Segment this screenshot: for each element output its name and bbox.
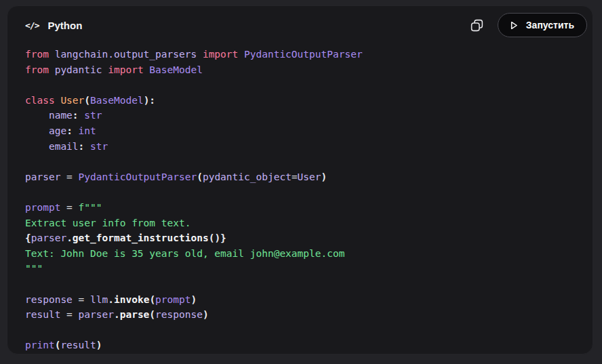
code-token: str: [90, 141, 108, 152]
code-token: [25, 110, 49, 121]
code-token: [25, 125, 49, 136]
code-token: Text: John Doe is 35 years old, email jo…: [25, 248, 344, 259]
code-token: invoke: [114, 294, 149, 305]
code-token: PydanticOutputParser: [79, 171, 197, 182]
code-token: llm: [90, 294, 108, 305]
code-token: .: [108, 294, 114, 305]
code-token: int: [79, 125, 96, 136]
code-token: import: [203, 49, 244, 60]
code-line: [25, 184, 575, 200]
code-token: =: [79, 294, 90, 305]
code-token: BaseModel: [149, 64, 203, 75]
page-background: </> Python Запустить from langcha: [0, 0, 602, 364]
code-token: ): [191, 294, 197, 305]
code-line: [25, 277, 575, 292]
header-actions: Запустить: [467, 13, 587, 37]
code-token: (: [149, 309, 155, 320]
code-line: """: [25, 261, 575, 277]
code-token: parse: [120, 309, 150, 320]
code-token: =: [66, 309, 78, 320]
code-token: =: [66, 202, 78, 213]
code-token: from: [25, 49, 55, 60]
code-token: email: [49, 141, 79, 152]
code-token: .: [114, 309, 120, 320]
code-token: Extract user info from text.: [25, 218, 190, 228]
code-line: {parser.get_format_instructions()}: [25, 230, 575, 246]
code-token: User: [60, 95, 84, 106]
code-token: .: [66, 232, 73, 243]
code-token: age: [49, 125, 66, 136]
code-icon: </>: [25, 20, 39, 31]
code-token: parser: [25, 171, 66, 182]
code-line: print(result): [25, 338, 575, 353]
code-line: response = llm.invoke(prompt): [25, 292, 575, 308]
code-token: :: [66, 125, 78, 136]
code-token: langchain.output_parsers: [55, 49, 203, 60]
code-line: prompt = f""": [25, 200, 575, 216]
code-token: response: [25, 294, 79, 305]
code-token: pydantic_object: [203, 171, 292, 182]
code-token: from: [25, 64, 55, 75]
code-token: prompt: [25, 202, 66, 213]
code-token: f""": [79, 202, 102, 213]
code-token: ): [321, 171, 327, 182]
code-token: =: [66, 171, 78, 182]
copy-icon: [470, 18, 484, 33]
code-token: str: [84, 110, 102, 121]
code-line: from langchain.output_parsers import Pyd…: [25, 47, 575, 62]
code-block: from langchain.output_parsers import Pyd…: [7, 39, 593, 353]
code-token: parser: [79, 309, 114, 320]
run-button-label: Запустить: [526, 20, 574, 31]
code-line: [25, 77, 575, 93]
code-line: [25, 154, 575, 169]
card-header: </> Python Запустить: [7, 6, 593, 39]
code-token: BaseModel: [90, 95, 144, 106]
code-token: get_format_instructions: [73, 232, 209, 243]
code-token: ()}: [209, 232, 226, 243]
code-token: :: [73, 110, 84, 121]
code-line: Text: John Doe is 35 years old, email jo…: [25, 246, 575, 262]
code-token: User: [298, 171, 321, 182]
run-button[interactable]: Запустить: [498, 13, 587, 37]
code-token: class: [25, 95, 60, 106]
code-token: =: [292, 171, 298, 182]
code-token: ): [96, 340, 102, 350]
code-line: parser = PydanticOutputParser(pydantic_o…: [25, 169, 575, 185]
code-line: [25, 323, 575, 338]
code-token: """: [25, 263, 43, 274]
code-token: print: [25, 340, 55, 350]
code-token: prompt: [155, 294, 190, 305]
code-token: (: [84, 95, 90, 106]
code-token: response: [155, 309, 203, 320]
code-token: :: [79, 141, 90, 152]
code-token: [25, 141, 49, 152]
code-line: age: int: [25, 123, 575, 139]
header-left: </> Python: [25, 20, 82, 31]
code-token: result: [25, 309, 66, 320]
code-line: email: str: [25, 139, 575, 155]
code-token: import: [108, 64, 149, 75]
play-icon: [508, 20, 519, 31]
code-card: </> Python Запустить from langcha: [7, 5, 593, 355]
code-line: class User(BaseModel):: [25, 93, 575, 108]
code-token: (: [197, 171, 203, 182]
code-token: ): [203, 309, 209, 320]
code-token: result: [60, 340, 96, 350]
code-token: {: [25, 232, 31, 243]
language-title: Python: [47, 20, 82, 31]
code-token: (: [149, 294, 155, 305]
code-line: Extract user info from text.: [25, 216, 575, 231]
code-line: name: str: [25, 108, 575, 123]
copy-button[interactable]: [467, 16, 487, 35]
code-token: name: [49, 110, 73, 121]
code-token: PydanticOutputParser: [244, 49, 363, 60]
code-token: parser: [31, 232, 66, 243]
code-line: from pydantic import BaseModel: [25, 62, 575, 78]
code-token: ):: [144, 95, 155, 106]
code-line: result = parser.parse(response): [25, 307, 575, 323]
code-token: pydantic: [55, 64, 108, 75]
